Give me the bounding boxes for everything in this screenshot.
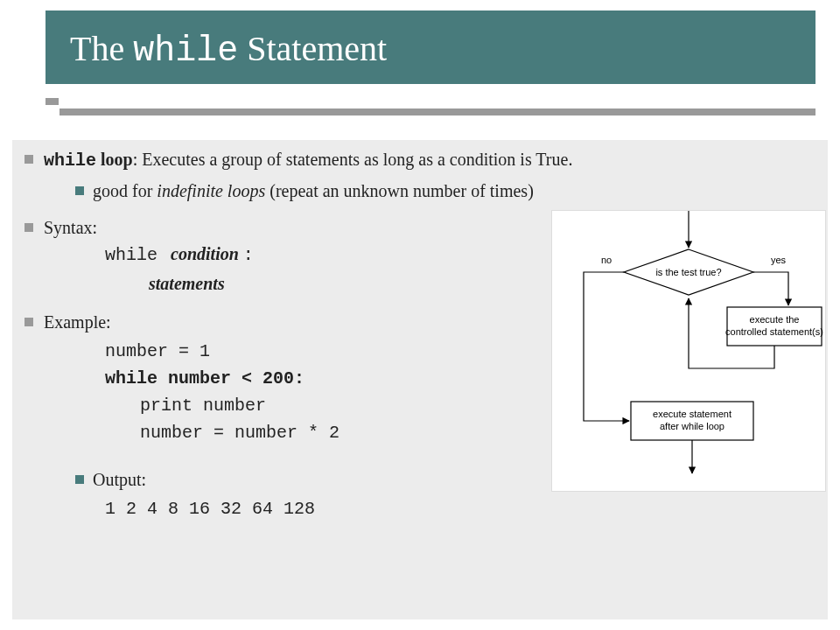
flowchart: is the test true? yes no execute the con… [551, 210, 826, 492]
flow-yes-label: yes [771, 255, 787, 265]
title-text-prefix: The [70, 29, 133, 68]
bullet-list: while loop: Executes a group of statemen… [21, 147, 598, 522]
sub-bullet-output: Output: [44, 467, 598, 492]
title-bar: The while Statement [46, 10, 816, 84]
syntax-statements: statements [149, 270, 598, 298]
slide-title: The while Statement [46, 10, 816, 71]
title-text-suffix: Statement [238, 29, 387, 68]
slide: The while Statement while loop: Executes… [0, 0, 840, 630]
flow-no-label: no [601, 255, 612, 265]
output-sub-list: Output: [44, 467, 598, 492]
code-block: number = 1 while number < 200: print num… [105, 338, 598, 446]
syntax-block: while condition : statements [105, 240, 598, 298]
text-good-for: good for [93, 181, 157, 200]
flow-test-text: is the test true? [655, 267, 721, 277]
bullet-while-loop: while loop: Executes a group of statemen… [21, 147, 598, 203]
example-label: Example: [44, 312, 111, 332]
bullet-example: Example: number = 1 while number < 200: … [21, 310, 598, 522]
output-text: 1 2 4 8 16 32 64 128 [105, 497, 598, 522]
bullet-syntax: Syntax: while condition : statements [21, 215, 598, 298]
text-desc: : Executes a group of statements as long… [133, 150, 573, 169]
code-line-3: print number [140, 392, 598, 419]
accent-rule [60, 108, 816, 116]
output-label: Output: [93, 470, 146, 489]
syntax-label: Syntax: [44, 218, 97, 237]
code-line-4: number = number * 2 [140, 419, 598, 446]
syntax-colon: : [243, 245, 254, 265]
text-while-kw: while [44, 150, 96, 171]
flowchart-svg: is the test true? yes no execute the con… [552, 211, 825, 491]
text-repeat: (repeat an unknown number of times) [265, 181, 534, 200]
code-line-2: while number < 200: [105, 368, 304, 388]
flow-exec2b: after while loop [660, 421, 724, 431]
syntax-while-kw: while [105, 245, 158, 265]
sub-bullet-list: good for indefinite loops (repeat an unk… [44, 178, 598, 203]
syntax-condition: condition [171, 244, 239, 263]
accent-rule-tab [46, 98, 59, 105]
flow-exec2a: execute statement [653, 409, 732, 419]
sub-bullet-indefinite: good for indefinite loops (repeat an unk… [44, 178, 598, 203]
text-loop: loop [96, 150, 133, 169]
flow-exec1b: controlled statement(s) [725, 326, 823, 337]
flow-exec1a: execute the [750, 314, 800, 325]
text-indefinite: indefinite loops [157, 181, 265, 200]
code-line-1: number = 1 [105, 341, 210, 361]
title-keyword: while [133, 32, 238, 71]
content-area: while loop: Executes a group of statemen… [21, 147, 598, 534]
